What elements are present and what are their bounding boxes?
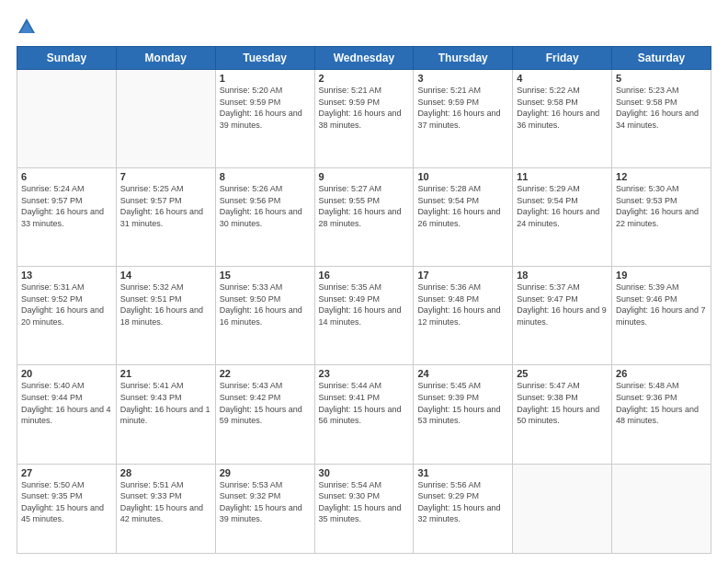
day-number: 1 — [220, 73, 311, 84]
day-info: Sunrise: 5:39 AM Sunset: 9:46 PM Dayligh… — [616, 282, 707, 327]
day-info: Sunrise: 5:44 AM Sunset: 9:41 PM Dayligh… — [319, 380, 410, 426]
day-info: Sunrise: 5:21 AM Sunset: 9:59 PM Dayligh… — [319, 85, 410, 131]
day-info: Sunrise: 5:33 AM Sunset: 9:50 PM Dayligh… — [220, 282, 311, 327]
day-number: 7 — [120, 171, 211, 182]
day-number: 23 — [319, 368, 410, 379]
day-number: 6 — [21, 171, 112, 182]
day-info: Sunrise: 5:54 AM Sunset: 9:30 PM Dayligh… — [319, 479, 410, 525]
day-info: Sunrise: 5:32 AM Sunset: 9:51 PM Dayligh… — [120, 282, 211, 327]
calendar-cell — [17, 70, 117, 168]
calendar-cell: 13Sunrise: 5:31 AM Sunset: 9:52 PM Dayli… — [17, 267, 117, 365]
calendar-cell: 11Sunrise: 5:29 AM Sunset: 9:54 PM Dayli… — [513, 168, 612, 267]
calendar-cell: 28Sunrise: 5:51 AM Sunset: 9:33 PM Dayli… — [116, 464, 215, 553]
day-number: 29 — [220, 467, 311, 478]
calendar-cell: 9Sunrise: 5:27 AM Sunset: 9:55 PM Daylig… — [314, 168, 414, 267]
day-info: Sunrise: 5:26 AM Sunset: 9:56 PM Dayligh… — [220, 183, 311, 229]
day-number: 10 — [417, 171, 508, 182]
day-number: 25 — [517, 368, 608, 379]
calendar-cell: 24Sunrise: 5:45 AM Sunset: 9:39 PM Dayli… — [414, 365, 513, 464]
calendar-cell: 18Sunrise: 5:37 AM Sunset: 9:47 PM Dayli… — [513, 267, 612, 365]
day-of-week-header: Tuesday — [215, 47, 314, 70]
day-number: 3 — [417, 73, 508, 84]
day-number: 12 — [616, 171, 707, 182]
day-number: 5 — [616, 73, 707, 84]
day-number: 14 — [120, 270, 211, 281]
day-number: 27 — [21, 467, 112, 478]
day-info: Sunrise: 5:51 AM Sunset: 9:33 PM Dayligh… — [120, 479, 211, 525]
calendar-cell: 19Sunrise: 5:39 AM Sunset: 9:46 PM Dayli… — [612, 267, 711, 365]
calendar-week-row: 20Sunrise: 5:40 AM Sunset: 9:44 PM Dayli… — [17, 365, 711, 464]
day-info: Sunrise: 5:48 AM Sunset: 9:36 PM Dayligh… — [616, 380, 707, 426]
calendar-cell: 2Sunrise: 5:21 AM Sunset: 9:59 PM Daylig… — [314, 70, 414, 168]
day-number: 8 — [220, 171, 311, 182]
day-info: Sunrise: 5:31 AM Sunset: 9:52 PM Dayligh… — [21, 282, 112, 327]
day-info: Sunrise: 5:29 AM Sunset: 9:54 PM Dayligh… — [517, 183, 608, 229]
day-number: 17 — [417, 270, 508, 281]
day-info: Sunrise: 5:43 AM Sunset: 9:42 PM Dayligh… — [220, 380, 311, 426]
day-number: 26 — [616, 368, 707, 379]
calendar-cell: 26Sunrise: 5:48 AM Sunset: 9:36 PM Dayli… — [612, 365, 711, 464]
day-number: 28 — [120, 467, 211, 478]
day-of-week-header: Thursday — [414, 47, 513, 70]
calendar-cell: 8Sunrise: 5:26 AM Sunset: 9:56 PM Daylig… — [215, 168, 314, 267]
day-number: 15 — [220, 270, 311, 281]
day-number: 18 — [517, 270, 608, 281]
day-number: 13 — [21, 270, 112, 281]
day-info: Sunrise: 5:35 AM Sunset: 9:49 PM Dayligh… — [319, 282, 410, 327]
calendar-cell: 29Sunrise: 5:53 AM Sunset: 9:32 PM Dayli… — [215, 464, 314, 553]
calendar-cell — [116, 70, 215, 168]
calendar-week-row: 13Sunrise: 5:31 AM Sunset: 9:52 PM Dayli… — [17, 267, 711, 365]
day-info: Sunrise: 5:47 AM Sunset: 9:38 PM Dayligh… — [517, 380, 608, 426]
day-number: 16 — [319, 270, 410, 281]
page: SundayMondayTuesdayWednesdayThursdayFrid… — [0, 0, 728, 563]
calendar-cell: 12Sunrise: 5:30 AM Sunset: 9:53 PM Dayli… — [612, 168, 711, 267]
calendar-cell: 16Sunrise: 5:35 AM Sunset: 9:49 PM Dayli… — [314, 267, 414, 365]
day-info: Sunrise: 5:37 AM Sunset: 9:47 PM Dayligh… — [517, 282, 608, 327]
calendar-week-row: 27Sunrise: 5:50 AM Sunset: 9:35 PM Dayli… — [17, 464, 711, 553]
day-number: 11 — [517, 171, 608, 182]
calendar-cell: 27Sunrise: 5:50 AM Sunset: 9:35 PM Dayli… — [17, 464, 117, 553]
day-number: 30 — [319, 467, 410, 478]
day-info: Sunrise: 5:45 AM Sunset: 9:39 PM Dayligh… — [417, 380, 508, 426]
calendar-cell: 1Sunrise: 5:20 AM Sunset: 9:59 PM Daylig… — [215, 70, 314, 168]
day-info: Sunrise: 5:25 AM Sunset: 9:57 PM Dayligh… — [120, 183, 211, 229]
header — [17, 17, 711, 37]
calendar-cell: 7Sunrise: 5:25 AM Sunset: 9:57 PM Daylig… — [116, 168, 215, 267]
calendar-cell: 17Sunrise: 5:36 AM Sunset: 9:48 PM Dayli… — [414, 267, 513, 365]
day-number: 2 — [319, 73, 410, 84]
day-of-week-header: Saturday — [612, 47, 711, 70]
calendar-cell: 5Sunrise: 5:23 AM Sunset: 9:58 PM Daylig… — [612, 70, 711, 168]
calendar-cell: 31Sunrise: 5:56 AM Sunset: 9:29 PM Dayli… — [414, 464, 513, 553]
calendar-cell: 25Sunrise: 5:47 AM Sunset: 9:38 PM Dayli… — [513, 365, 612, 464]
day-number: 22 — [220, 368, 311, 379]
calendar-cell — [612, 464, 711, 553]
calendar-cell: 3Sunrise: 5:21 AM Sunset: 9:59 PM Daylig… — [414, 70, 513, 168]
day-info: Sunrise: 5:23 AM Sunset: 9:58 PM Dayligh… — [616, 85, 707, 131]
calendar-cell: 14Sunrise: 5:32 AM Sunset: 9:51 PM Dayli… — [116, 267, 215, 365]
logo-icon — [17, 17, 37, 37]
day-number: 19 — [616, 270, 707, 281]
day-number: 24 — [417, 368, 508, 379]
day-info: Sunrise: 5:21 AM Sunset: 9:59 PM Dayligh… — [417, 85, 508, 131]
day-number: 21 — [120, 368, 211, 379]
day-info: Sunrise: 5:41 AM Sunset: 9:43 PM Dayligh… — [120, 380, 211, 426]
day-info: Sunrise: 5:40 AM Sunset: 9:44 PM Dayligh… — [21, 380, 112, 426]
calendar-week-row: 6Sunrise: 5:24 AM Sunset: 9:57 PM Daylig… — [17, 168, 711, 267]
day-info: Sunrise: 5:50 AM Sunset: 9:35 PM Dayligh… — [21, 479, 112, 525]
day-number: 20 — [21, 368, 112, 379]
calendar-header-row: SundayMondayTuesdayWednesdayThursdayFrid… — [17, 47, 711, 70]
logo — [17, 17, 40, 37]
calendar-cell: 23Sunrise: 5:44 AM Sunset: 9:41 PM Dayli… — [314, 365, 414, 464]
day-of-week-header: Wednesday — [314, 47, 414, 70]
day-number: 31 — [417, 467, 508, 478]
calendar-cell: 6Sunrise: 5:24 AM Sunset: 9:57 PM Daylig… — [17, 168, 117, 267]
calendar-cell: 30Sunrise: 5:54 AM Sunset: 9:30 PM Dayli… — [314, 464, 414, 553]
day-of-week-header: Friday — [513, 47, 612, 70]
day-info: Sunrise: 5:28 AM Sunset: 9:54 PM Dayligh… — [417, 183, 508, 229]
day-info: Sunrise: 5:24 AM Sunset: 9:57 PM Dayligh… — [21, 183, 112, 229]
calendar-table: SundayMondayTuesdayWednesdayThursdayFrid… — [17, 46, 711, 554]
calendar-cell: 10Sunrise: 5:28 AM Sunset: 9:54 PM Dayli… — [414, 168, 513, 267]
day-number: 9 — [319, 171, 410, 182]
day-info: Sunrise: 5:30 AM Sunset: 9:53 PM Dayligh… — [616, 183, 707, 229]
calendar-cell: 15Sunrise: 5:33 AM Sunset: 9:50 PM Dayli… — [215, 267, 314, 365]
